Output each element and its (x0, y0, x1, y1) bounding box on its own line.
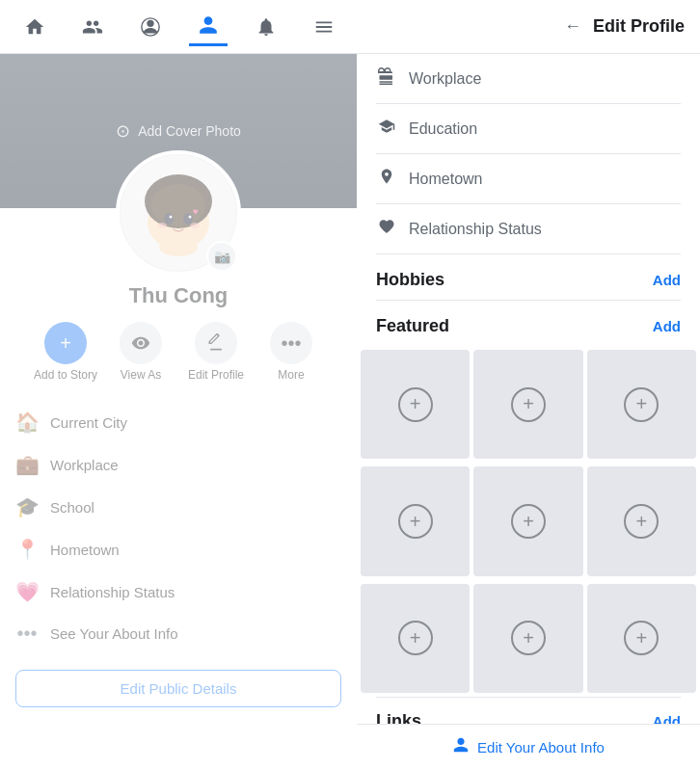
relationship-label: Relationship Status (50, 584, 175, 600)
relationship-section-item[interactable]: Relationship Status (357, 204, 700, 253)
nav-groups-icon[interactable] (131, 8, 170, 46)
svg-point-12 (159, 237, 198, 256)
add-cover-label: Add Cover Photo (138, 123, 241, 139)
edit-profile-btn[interactable]: Edit Profile (182, 322, 250, 382)
camera-cover-icon: ⊙ (116, 120, 130, 142)
profile-info-list: 🏠 Current City 💼 Workplace 🎓 School 📍 Ho… (0, 393, 357, 662)
left-panel: ⊙ Add Cover Photo (0, 54, 357, 769)
featured-cell[interactable]: + (587, 350, 696, 459)
add-featured-icon: + (398, 387, 433, 422)
back-arrow-icon[interactable]: ← (564, 16, 581, 37)
add-featured-icon: + (624, 504, 659, 539)
edit-about-info-label: Edit Your About Info (477, 739, 605, 756)
hometown-edit-label: Hometown (409, 171, 482, 188)
more-btn[interactable]: ••• More (257, 322, 325, 382)
featured-header: Featured Add (357, 301, 700, 346)
hobbies-title: Hobbies (376, 270, 444, 290)
top-navigation: ← Edit Profile (0, 0, 700, 54)
list-item[interactable]: ••• See Your About Info (15, 613, 341, 654)
add-featured-icon: + (511, 387, 546, 422)
featured-grid-row1: + + + (357, 346, 700, 463)
see-about-label: See Your About Info (50, 625, 178, 642)
right-panel: Workplace Education Hometown (357, 54, 700, 769)
hometown-label: Hometown (50, 542, 120, 558)
current-city-label: Current City (50, 414, 127, 431)
add-featured-icon: + (398, 504, 433, 539)
nav-friends-icon[interactable] (73, 8, 112, 46)
featured-cell[interactable]: + (587, 466, 696, 575)
svg-point-6 (164, 213, 174, 225)
hobbies-section-header: Hobbies Add (357, 254, 700, 300)
avatar-container: ♥ 📷 (116, 150, 241, 276)
edit-profile-label: Edit Profile (188, 368, 244, 382)
view-as-btn[interactable]: View As (107, 322, 175, 382)
svg-point-11 (190, 223, 200, 228)
featured-cell[interactable]: + (361, 466, 470, 575)
camera-edit-btn[interactable]: 📷 (206, 241, 237, 272)
svg-point-7 (183, 213, 193, 225)
main-layout: ⊙ Add Cover Photo (0, 54, 700, 769)
list-item[interactable]: 💗 Relationship Status (15, 570, 341, 613)
current-city-icon: 🏠 (15, 411, 39, 434)
relationship-edit-label: Relationship Status (409, 221, 542, 238)
featured-cell[interactable]: + (473, 466, 582, 575)
hometown-icon: 📍 (15, 538, 39, 561)
add-featured-icon: + (511, 621, 546, 655)
school-icon: 🎓 (15, 495, 39, 518)
nav-profile-icon[interactable] (189, 8, 228, 46)
add-featured-icon: + (624, 387, 659, 422)
list-item[interactable]: 📍 Hometown (15, 528, 341, 570)
profile-pic-area: ♥ 📷 Thu Cong (0, 150, 357, 322)
add-to-story-btn[interactable]: + Add to Story (32, 322, 99, 382)
featured-grid-row2: + + + (357, 463, 700, 579)
svg-point-5 (151, 184, 205, 226)
add-to-story-icon: + (44, 322, 87, 364)
featured-cell[interactable]: + (473, 350, 582, 459)
featured-section: Featured Add + + + (357, 301, 700, 697)
featured-add-btn[interactable]: Add (653, 318, 681, 334)
nav-right: ← Edit Profile (564, 16, 685, 37)
svg-point-9 (189, 216, 192, 219)
featured-cell[interactable]: + (587, 584, 696, 693)
nav-notifications-icon[interactable] (247, 8, 285, 46)
featured-grid-row3: + + + (357, 580, 700, 697)
list-item[interactable]: 💼 Workplace (15, 443, 341, 486)
svg-text:♥: ♥ (193, 206, 199, 217)
edit-profile-header-title: Edit Profile (593, 16, 685, 37)
hometown-section-item[interactable]: Hometown (357, 154, 700, 203)
workplace-label: Workplace (50, 457, 119, 473)
relationship-icon: 💗 (15, 580, 39, 603)
action-buttons: + Add to Story View As Edit Profile ••• … (0, 322, 357, 393)
svg-point-10 (157, 223, 167, 228)
hobbies-add-btn[interactable]: Add (653, 272, 681, 288)
education-edit-label: Education (409, 120, 477, 138)
view-as-label: View As (121, 368, 161, 382)
see-about-icon: ••• (15, 623, 39, 645)
workplace-section-item[interactable]: Workplace (357, 54, 700, 103)
edit-panel: Workplace Education Hometown (357, 54, 700, 769)
edit-profile-icon (195, 322, 237, 364)
workplace-icon: 💼 (15, 453, 39, 476)
add-featured-icon: + (398, 621, 433, 655)
more-icon: ••• (270, 322, 312, 364)
list-item[interactable]: 🏠 Current City (15, 401, 341, 443)
list-item[interactable]: 🎓 School (15, 486, 341, 528)
add-to-story-label: Add to Story (34, 368, 97, 382)
featured-cell[interactable]: + (361, 350, 470, 459)
svg-point-8 (170, 216, 173, 219)
edit-about-info-bar[interactable]: Edit Your About Info (357, 724, 700, 769)
add-featured-icon: + (511, 504, 546, 539)
featured-cell[interactable]: + (361, 584, 470, 693)
svg-point-0 (147, 19, 153, 26)
school-label: School (50, 499, 94, 516)
featured-cell[interactable]: + (473, 584, 582, 693)
nav-menu-icon[interactable] (305, 8, 343, 46)
edit-public-details-btn[interactable]: Edit Public Details (15, 670, 341, 707)
add-cover-photo-btn[interactable]: ⊙ Add Cover Photo (116, 120, 241, 142)
hometown-edit-icon (376, 168, 397, 190)
edit-about-icon (452, 736, 470, 757)
nav-icons-left (15, 8, 343, 46)
education-section-item[interactable]: Education (357, 104, 700, 153)
nav-home-icon[interactable] (15, 8, 54, 46)
add-featured-icon: + (624, 621, 659, 655)
